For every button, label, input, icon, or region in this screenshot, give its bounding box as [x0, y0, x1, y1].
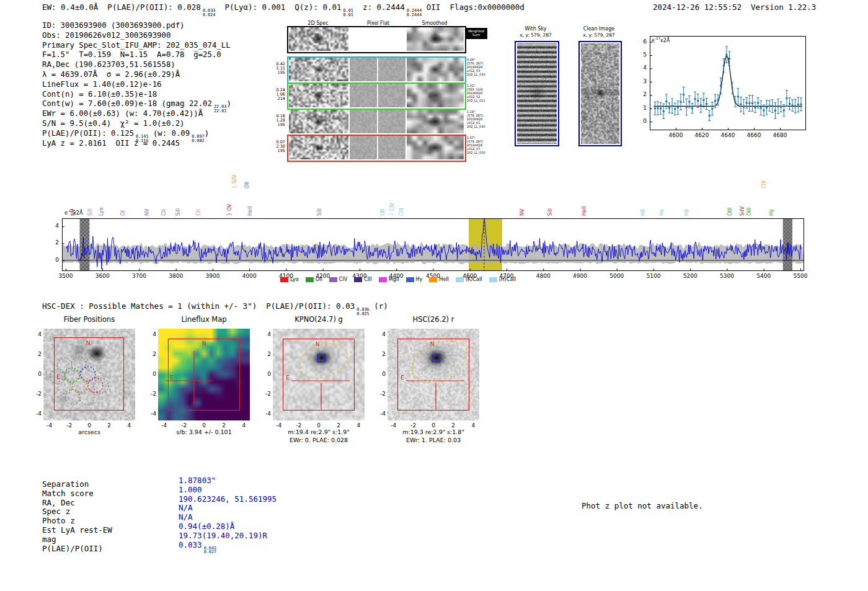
legend-item: CIII — [354, 277, 372, 282]
tick-label: -2 — [410, 422, 416, 429]
tick-label: 5500 — [794, 273, 808, 279]
pixel-flat-image-3 — [350, 110, 405, 133]
tick-label: -4 — [161, 422, 167, 429]
panel-image-0 — [43, 329, 135, 420]
pixel-flat-image-1 — [350, 58, 405, 81]
panel-title: Fiber Positions — [64, 315, 115, 324]
match-row-label: Match score — [42, 489, 94, 499]
emission-line-label: OII — [244, 182, 250, 189]
match-row-label: Spec z — [42, 507, 70, 517]
match-row-value: 0.0330.0420.027 — [179, 541, 216, 555]
emission-line-label: } CIV — [389, 203, 395, 216]
tick-label: -4 — [151, 411, 156, 417]
emission-line-label: SiIV — [740, 207, 745, 216]
stacked-uncertainty: 0.010.01 — [343, 9, 353, 17]
match-row-value: N/A — [179, 513, 193, 522]
pixel-flat-image-4 — [350, 136, 405, 159]
legend-item: (K)CaII — [456, 277, 482, 282]
emission-line-label: NV — [144, 209, 150, 216]
emission-line-label: Lyα — [99, 207, 104, 216]
legend-swatch — [489, 277, 497, 282]
legend-swatch — [406, 277, 414, 282]
info-line: Primary Spec_Slot_IFU_AMP: 202_035_074_L… — [42, 41, 231, 51]
info-line: λ = 4639.07Å σ = 2.96(±0.29)Å — [42, 70, 231, 80]
tick-label: 0 — [643, 118, 647, 124]
tick-label: 4000 — [242, 273, 257, 279]
match-row-label: RA, Dec — [42, 499, 75, 508]
header-summary: EW: 0.4±0.0Å P(LAE)/P(OII): 0.0280.0330.… — [42, 2, 525, 17]
tick-label: 5200 — [683, 273, 698, 279]
legend-label: CIV — [339, 277, 347, 282]
info-line: S/N = 9.5(±0.4) χ² = 1.0(±0.2) — [42, 119, 231, 129]
header-datestamp: 2024-12-26 12:55:52 Version 1.22.3 — [653, 2, 816, 12]
panel-image-1 — [158, 329, 250, 420]
tick-label: 1 — [643, 105, 647, 111]
2d-spec-image-2 — [289, 84, 348, 107]
emission-line-label: Hγ — [659, 209, 665, 216]
info-line: RA,Dec (190.623703,51.561558) — [42, 60, 231, 70]
tick-label: -2 — [66, 422, 72, 429]
emission-line-label: HeII — [582, 206, 587, 216]
match-row-label: mag — [42, 535, 56, 544]
emission-line-label: NV — [520, 209, 525, 216]
emission-line-label: OI — [120, 210, 126, 216]
panel-caption: EWr: 0. PLAE: 0.028 — [290, 437, 348, 443]
legend-label: HeII — [439, 277, 449, 282]
tick-label: 5000 — [609, 273, 624, 279]
emission-line-label: Hγ — [769, 209, 774, 216]
emission-line-label: SiII — [547, 208, 553, 216]
tick-label: -4 — [36, 411, 42, 417]
tick-label: 4620 — [695, 132, 709, 138]
emission-line-label: OII — [380, 209, 386, 216]
match-row-value: 1.87803" — [179, 476, 216, 486]
legend-item: OII — [306, 277, 322, 282]
2d-row-right-label: 1.67"(579, 287)20190626v012_07202_LL_030 — [467, 136, 493, 154]
legend-item: CIV — [329, 277, 347, 282]
panel-image-3 — [388, 329, 479, 420]
tick-label: 3800 — [169, 273, 183, 279]
tick-label: 4 — [471, 422, 475, 429]
2d-spec-image-1 — [289, 58, 348, 81]
smoothed-image-4 — [407, 136, 464, 159]
tick-label: 0 — [153, 371, 156, 377]
panel-title: Lineflux Map — [181, 315, 226, 324]
tick-label: 4600 — [669, 132, 683, 138]
tick-label: 0 — [55, 257, 59, 263]
2d-row-right-label: 1.18"(579, 287)20190626v012_01202_LL_030 — [467, 110, 493, 128]
legend-item: Hγ — [406, 277, 423, 282]
emission-line-label: SiII — [175, 208, 181, 216]
weighted-sum-label: Weighted Sum — [465, 28, 487, 39]
tick-label: 4 — [267, 331, 271, 337]
stacked-uncertainty: 0.0330.024 — [203, 9, 215, 17]
emission-line-label: SiII — [317, 208, 322, 216]
tick-label: 4900 — [573, 273, 587, 279]
col-header-2dspec: 2D Spec — [308, 20, 328, 26]
col-header-pixelflat: Pixel Flat — [367, 20, 389, 26]
tick-label: 0 — [202, 422, 206, 429]
2d-row-left-label: 0.181.28195 — [272, 114, 285, 128]
tick-label: 4660 — [747, 132, 761, 138]
tick-label: -2 — [181, 422, 187, 429]
tick-label: 4 — [643, 64, 647, 71]
tick-label: 0 — [267, 371, 271, 377]
2d-row-left-label: 0.241.06214 — [272, 88, 285, 102]
stacked-uncertainty: 0.0360.025 — [356, 308, 369, 316]
emission-line-label: Hβ — [684, 209, 689, 216]
info-line: Obs: 20190626v012_3003693900 — [42, 31, 231, 41]
tick-label: 2 — [267, 351, 271, 357]
tick-label: 4 — [55, 223, 59, 229]
smoothed-image-0 — [407, 27, 464, 51]
tick-label: -2 — [151, 391, 156, 397]
tick-label: 4800 — [536, 273, 551, 279]
smoothed-image-1 — [407, 58, 464, 81]
2d-spec-image-0 — [289, 27, 348, 51]
match-row-label: Est LyA rest-EW — [42, 526, 112, 535]
legend-swatch — [429, 277, 437, 282]
tick-label: 2 — [107, 422, 111, 429]
match-row-value: 190.623246, 51.561995 — [179, 495, 277, 504]
line-fit-ylabel: e-17x2Å — [652, 37, 670, 43]
emission-line-label: CIII — [761, 180, 767, 189]
legend-label: CIII — [364, 277, 372, 282]
tick-label: 0 — [38, 371, 42, 377]
emission-line-label: } OV — [227, 204, 232, 216]
